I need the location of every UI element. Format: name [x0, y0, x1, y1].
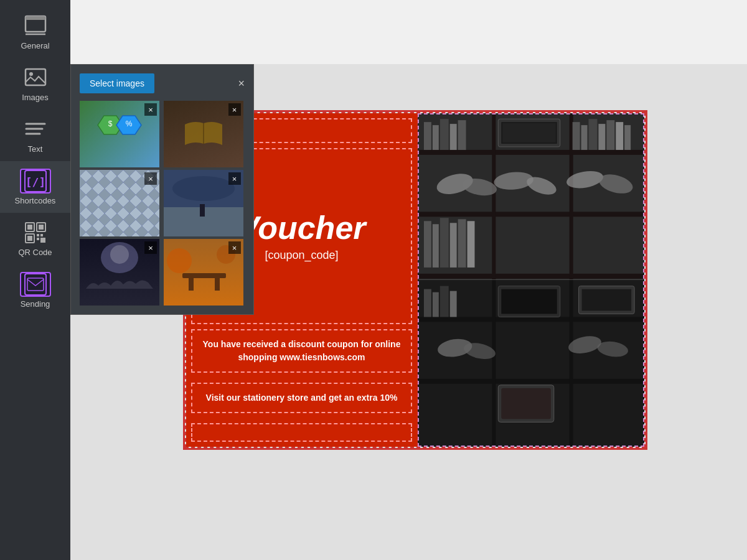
svg-text:[/]: [/] [25, 175, 45, 189]
svg-point-34 [110, 245, 129, 264]
sidebar-item-shortcodes-label: Shortcodes [15, 196, 56, 205]
svg-rect-3 [26, 69, 45, 85]
svg-rect-32 [200, 204, 205, 217]
svg-rect-54 [589, 119, 598, 150]
remove-image-6-button[interactable]: × [228, 241, 241, 254]
svg-rect-92 [502, 289, 558, 314]
svg-rect-44 [418, 274, 644, 279]
svg-rect-19 [40, 238, 45, 243]
svg-point-31 [172, 176, 235, 201]
image-thumb-1[interactable]: $ % × [80, 101, 159, 167]
svg-rect-67 [440, 218, 449, 268]
image-thumb-5[interactable]: × [80, 239, 159, 306]
general-icon [20, 14, 51, 39]
svg-rect-73 [503, 123, 557, 142]
svg-rect-88 [502, 388, 552, 419]
voucher-description: You have received a discount coupon for … [200, 338, 404, 364]
remove-image-3-button[interactable]: × [144, 172, 157, 185]
sidebar-item-qrcode[interactable]: QR Code [0, 213, 70, 264]
svg-rect-52 [573, 122, 580, 150]
svg-point-4 [29, 72, 33, 76]
qrcode-icon [20, 220, 51, 245]
svg-rect-68 [450, 223, 457, 268]
sidebar-item-sending[interactable]: Sending [0, 264, 70, 316]
svg-rect-82 [450, 291, 457, 317]
svg-rect-16 [37, 234, 39, 236]
images-icon [20, 65, 51, 90]
svg-rect-53 [581, 125, 588, 150]
sidebar-item-qrcode-label: QR Code [18, 248, 52, 257]
sidebar-item-text-label: Text [28, 144, 43, 154]
svg-rect-76 [418, 379, 644, 384]
svg-rect-43 [418, 212, 644, 217]
voucher-extra-offer: Visit our stationery store and get an ex… [200, 391, 404, 404]
svg-rect-42 [418, 150, 644, 155]
image-thumb-4[interactable]: × [164, 170, 243, 236]
svg-point-39 [167, 248, 192, 273]
image-thumb-2[interactable]: × [164, 101, 243, 167]
text-icon [20, 117, 51, 142]
svg-rect-69 [458, 219, 466, 268]
voucher-bottom-bar [191, 423, 413, 442]
close-panel-button[interactable]: × [238, 78, 245, 89]
voucher-right-bottom [418, 280, 644, 447]
sidebar-item-text[interactable]: Text [0, 110, 70, 161]
panel-header: Select images × [80, 73, 245, 93]
svg-rect-65 [424, 221, 431, 268]
svg-rect-70 [467, 221, 475, 268]
remove-image-1-button[interactable]: × [144, 103, 157, 116]
svg-rect-48 [433, 125, 439, 150]
svg-rect-38 [215, 278, 220, 291]
remove-image-2-button[interactable]: × [228, 103, 241, 116]
shortcodes-icon: [/] [20, 169, 51, 194]
svg-rect-51 [458, 120, 466, 150]
svg-rect-75 [418, 317, 644, 322]
svg-rect-13 [39, 225, 44, 230]
svg-rect-17 [40, 234, 43, 236]
sidebar-item-images[interactable]: Images [0, 58, 70, 110]
voucher-desc-section: You have received a discount coupon for … [191, 329, 413, 373]
sending-icon [20, 272, 51, 297]
sidebar: General Images Text [/] [0, 0, 70, 560]
svg-rect-49 [440, 119, 449, 150]
voucher-right-top [418, 113, 644, 280]
svg-rect-57 [616, 122, 624, 150]
svg-rect-77 [492, 280, 496, 447]
svg-rect-1 [26, 16, 45, 20]
sidebar-item-general[interactable]: General [0, 6, 70, 58]
remove-image-5-button[interactable]: × [144, 241, 157, 254]
svg-rect-36 [182, 273, 226, 278]
image-thumb-6[interactable]: × [164, 239, 243, 306]
svg-rect-15 [27, 236, 32, 241]
sidebar-item-images-label: Images [22, 93, 49, 102]
svg-rect-81 [440, 286, 449, 317]
voucher-coupon-code: [coupon_code] [265, 249, 338, 262]
svg-rect-37 [189, 278, 194, 291]
svg-rect-11 [27, 225, 32, 230]
voucher-title: Voucher [237, 210, 365, 246]
sidebar-item-shortcodes[interactable]: [/] Shortcodes [0, 161, 70, 213]
svg-rect-18 [37, 238, 39, 240]
svg-rect-50 [450, 124, 457, 150]
svg-rect-58 [625, 125, 631, 150]
voucher-extra-section: Visit our stationery store and get an ex… [191, 383, 413, 413]
select-images-button[interactable]: Select images [80, 73, 154, 93]
svg-text:%: % [126, 119, 133, 128]
svg-rect-47 [424, 122, 431, 150]
svg-rect-79 [424, 289, 431, 317]
image-thumb-3[interactable]: × [80, 170, 159, 236]
svg-text:$: $ [108, 119, 113, 128]
sidebar-item-general-label: General [21, 41, 49, 50]
svg-rect-45 [492, 113, 496, 279]
svg-rect-56 [607, 120, 615, 150]
svg-rect-55 [599, 124, 606, 150]
svg-rect-78 [570, 280, 573, 447]
svg-rect-90 [582, 289, 632, 311]
images-grid: $ % × × [80, 101, 245, 306]
images-panel: Select images × $ % × × [70, 64, 254, 315]
svg-rect-80 [433, 292, 439, 317]
top-bar [70, 0, 747, 64]
svg-rect-20 [25, 274, 46, 295]
remove-image-4-button[interactable]: × [228, 172, 241, 185]
voucher-right-panel [418, 113, 644, 447]
